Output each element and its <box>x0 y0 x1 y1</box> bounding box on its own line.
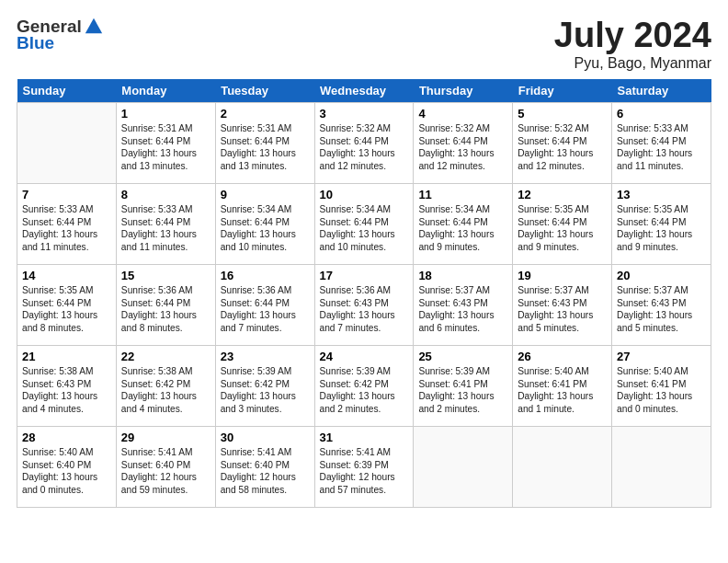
week-row-4: 28Sunrise: 5:40 AMSunset: 6:40 PMDayligh… <box>17 426 711 507</box>
calendar-cell <box>414 426 513 507</box>
cell-info: Sunrise: 5:31 AM <box>221 122 310 135</box>
cell-info: Daylight: 13 hours <box>221 390 310 403</box>
calendar-cell: 14Sunrise: 5:35 AMSunset: 6:44 PMDayligh… <box>17 264 117 345</box>
date-number: 25 <box>418 350 507 363</box>
cell-info: and 3 minutes. <box>221 403 310 416</box>
cell-info: Daylight: 13 hours <box>418 309 507 322</box>
date-number: 23 <box>221 350 310 363</box>
date-number: 4 <box>418 107 507 121</box>
cell-info: Sunset: 6:44 PM <box>320 216 409 229</box>
calendar-cell: 15Sunrise: 5:36 AMSunset: 6:44 PMDayligh… <box>116 264 215 345</box>
cell-info: Sunset: 6:44 PM <box>221 297 310 310</box>
date-number: 12 <box>518 188 607 201</box>
cell-info: Daylight: 13 hours <box>22 309 111 322</box>
date-number: 8 <box>121 188 210 201</box>
date-number: 31 <box>320 431 409 444</box>
date-number: 3 <box>320 107 409 121</box>
calendar-cell: 4Sunrise: 5:32 AMSunset: 6:44 PMDaylight… <box>414 102 513 183</box>
cell-info: Daylight: 13 hours <box>518 390 607 403</box>
cell-info: Sunrise: 5:34 AM <box>221 203 310 216</box>
date-number: 5 <box>518 107 607 121</box>
cell-info: Sunrise: 5:37 AM <box>518 284 607 297</box>
calendar-cell: 23Sunrise: 5:39 AMSunset: 6:42 PMDayligh… <box>215 345 314 426</box>
cell-info: Sunset: 6:43 PM <box>518 297 607 310</box>
cell-info: and 11 minutes. <box>22 241 111 254</box>
cell-info: Daylight: 13 hours <box>121 309 210 322</box>
calendar-cell <box>17 102 117 183</box>
cell-info: Sunset: 6:44 PM <box>121 216 210 229</box>
cell-info: and 1 minute. <box>518 403 607 416</box>
calendar-cell <box>612 426 711 507</box>
cell-info: Sunset: 6:44 PM <box>518 135 607 148</box>
cell-info: and 9 minutes. <box>617 241 706 254</box>
date-number: 2 <box>221 107 310 121</box>
day-header-friday: Friday <box>513 79 612 103</box>
cell-info: and 12 minutes. <box>418 160 507 173</box>
cell-info: and 57 minutes. <box>320 484 409 497</box>
cell-info: Daylight: 13 hours <box>121 390 210 403</box>
cell-info: and 7 minutes. <box>320 322 409 335</box>
cell-info: Daylight: 13 hours <box>320 390 409 403</box>
calendar-cell: 7Sunrise: 5:33 AMSunset: 6:44 PMDaylight… <box>17 183 117 264</box>
cell-info: Daylight: 13 hours <box>221 147 310 160</box>
cell-info: Sunrise: 5:39 AM <box>320 365 409 378</box>
title-block: July 2024 Pyu, Bago, Myanmar <box>554 17 711 72</box>
cell-info: Sunrise: 5:40 AM <box>617 365 706 378</box>
svg-marker-0 <box>85 18 102 34</box>
date-number: 24 <box>320 350 409 363</box>
date-number: 17 <box>320 269 409 282</box>
cell-info: Sunrise: 5:36 AM <box>221 284 310 297</box>
calendar-cell: 21Sunrise: 5:38 AMSunset: 6:43 PMDayligh… <box>17 345 117 426</box>
cell-info: Daylight: 12 hours <box>121 471 210 484</box>
cell-info: and 59 minutes. <box>121 484 210 497</box>
cell-info: Sunset: 6:40 PM <box>221 459 310 472</box>
cell-info: Sunset: 6:42 PM <box>121 378 210 391</box>
day-header-monday: Monday <box>116 79 215 103</box>
cell-info: Sunset: 6:43 PM <box>320 297 409 310</box>
cell-info: Daylight: 13 hours <box>121 228 210 241</box>
cell-info: Sunrise: 5:33 AM <box>22 203 111 216</box>
calendar-cell: 3Sunrise: 5:32 AMSunset: 6:44 PMDaylight… <box>314 102 414 183</box>
cell-info: and 5 minutes. <box>518 322 607 335</box>
cell-info: Sunset: 6:44 PM <box>418 216 507 229</box>
calendar-cell: 11Sunrise: 5:34 AMSunset: 6:44 PMDayligh… <box>414 183 513 264</box>
cell-info: and 8 minutes. <box>22 322 111 335</box>
cell-info: Daylight: 13 hours <box>518 147 607 160</box>
header: General Blue July 2024 Pyu, Bago, Myanma… <box>17 17 711 72</box>
cell-info: Sunrise: 5:41 AM <box>121 446 210 459</box>
day-header-tuesday: Tuesday <box>215 79 314 103</box>
calendar-cell: 30Sunrise: 5:41 AMSunset: 6:40 PMDayligh… <box>215 426 314 507</box>
cell-info: Sunset: 6:44 PM <box>121 135 210 148</box>
cell-info: and 7 minutes. <box>221 322 310 335</box>
cell-info: Daylight: 13 hours <box>518 309 607 322</box>
calendar-cell: 22Sunrise: 5:38 AMSunset: 6:42 PMDayligh… <box>116 345 215 426</box>
cell-info: Daylight: 12 hours <box>320 471 409 484</box>
cell-info: and 4 minutes. <box>121 403 210 416</box>
cell-info: Sunrise: 5:39 AM <box>221 365 310 378</box>
cell-info: and 11 minutes. <box>121 241 210 254</box>
cell-info: Sunset: 6:42 PM <box>221 378 310 391</box>
cell-info: Daylight: 13 hours <box>320 228 409 241</box>
cell-info: Daylight: 13 hours <box>320 147 409 160</box>
date-number: 26 <box>518 350 607 363</box>
calendar-cell: 20Sunrise: 5:37 AMSunset: 6:43 PMDayligh… <box>612 264 711 345</box>
date-number: 6 <box>617 107 706 121</box>
calendar-cell: 25Sunrise: 5:39 AMSunset: 6:41 PMDayligh… <box>414 345 513 426</box>
date-number: 28 <box>22 431 111 444</box>
cell-info: and 0 minutes. <box>22 484 111 497</box>
cell-info: Daylight: 13 hours <box>617 309 706 322</box>
cell-info: Sunset: 6:43 PM <box>22 378 111 391</box>
calendar-table: SundayMondayTuesdayWednesdayThursdayFrid… <box>17 79 711 508</box>
date-number: 18 <box>418 269 507 282</box>
week-row-3: 21Sunrise: 5:38 AMSunset: 6:43 PMDayligh… <box>17 345 711 426</box>
date-number: 19 <box>518 269 607 282</box>
cell-info: Sunset: 6:44 PM <box>22 216 111 229</box>
cell-info: Daylight: 13 hours <box>518 228 607 241</box>
cell-info: Sunset: 6:44 PM <box>320 135 409 148</box>
date-number: 29 <box>121 431 210 444</box>
calendar-cell: 19Sunrise: 5:37 AMSunset: 6:43 PMDayligh… <box>513 264 612 345</box>
cell-info: Sunrise: 5:34 AM <box>418 203 507 216</box>
logo-icon <box>84 17 104 37</box>
cell-info: Sunset: 6:40 PM <box>22 459 111 472</box>
cell-info: and 12 minutes. <box>518 160 607 173</box>
